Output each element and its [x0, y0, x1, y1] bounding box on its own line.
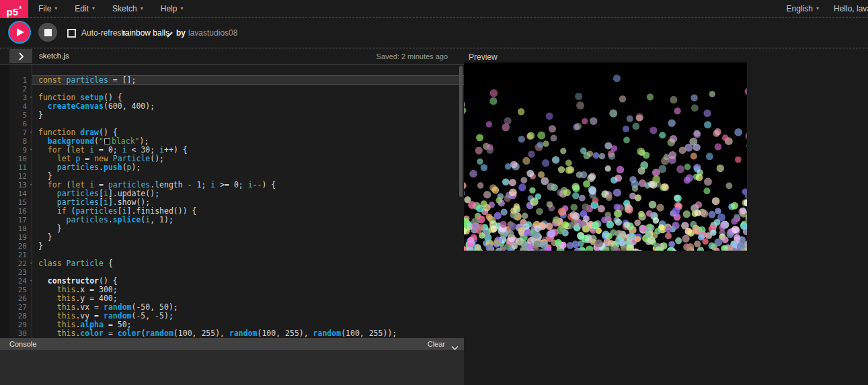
caret-down-icon: ▾	[816, 6, 819, 11]
stop-button[interactable]	[38, 23, 57, 42]
line-number: 18	[9, 224, 27, 233]
code-line[interactable]: 30 this.color = color(random(100, 255), …	[0, 329, 464, 338]
fold-marker-icon	[27, 76, 35, 85]
fold-marker-icon	[27, 120, 35, 128]
line-number: 14	[9, 189, 27, 198]
line-number: 28	[9, 312, 27, 320]
editor-header: sketch.js Saved: 2 minutes ago	[0, 48, 464, 65]
fold-marker-icon[interactable]: ▾	[27, 181, 35, 189]
sidebar-expand-button[interactable]	[9, 49, 32, 63]
line-number: 11	[9, 163, 27, 172]
fold-marker-icon	[27, 268, 35, 277]
code-line[interactable]: 1const particles = [];	[0, 76, 464, 85]
preview-canvas	[464, 62, 747, 251]
code-line[interactable]: 5}	[0, 111, 464, 120]
fold-marker-icon	[27, 233, 35, 242]
code-line[interactable]: 20}	[0, 242, 464, 251]
fold-marker-icon[interactable]: ▾	[27, 146, 35, 155]
chevron-right-icon	[18, 52, 24, 60]
auto-refresh-label[interactable]: Auto-refresh	[81, 28, 126, 38]
fold-marker-icon	[27, 137, 35, 146]
line-number: 29	[9, 320, 27, 329]
language-selector[interactable]: English ▾	[787, 4, 819, 13]
code-line[interactable]: 22▾class Particle {	[0, 259, 464, 268]
line-number: 22	[9, 259, 27, 268]
p5-web-editor: File▾Edit▾Sketch▾Help▾ English ▾ Hello, …	[0, 0, 868, 385]
fold-marker-icon	[27, 111, 35, 120]
code-line[interactable]: 18 }	[0, 224, 464, 233]
sketch-toolbar: Auto-refresh rainbow balls bylavastudios…	[0, 17, 868, 48]
fold-marker-icon	[27, 303, 35, 312]
menu-edit[interactable]: Edit▾	[66, 4, 104, 13]
fold-marker-icon	[27, 286, 35, 294]
caret-down-icon: ▾	[54, 6, 57, 11]
caret-down-icon: ▾	[92, 6, 95, 11]
code-line[interactable]: 17 particles.splice(i, 1);	[0, 216, 464, 224]
color-swatch[interactable]	[104, 138, 110, 144]
line-number: 5	[9, 111, 27, 120]
fold-marker-icon[interactable]: ▾	[27, 93, 35, 102]
line-number: 2	[9, 85, 27, 93]
fold-marker-icon	[27, 102, 35, 111]
fold-marker-icon	[27, 320, 35, 329]
play-button[interactable]	[9, 22, 30, 42]
fold-marker-icon	[27, 251, 35, 259]
fold-marker-icon	[27, 207, 35, 216]
code-editor[interactable]: 1const particles = [];23▾function setup(…	[0, 65, 464, 338]
editor-scrollbar[interactable]	[459, 66, 463, 197]
nav-menus: File▾Edit▾Sketch▾Help▾	[30, 0, 192, 17]
fold-marker-icon	[27, 189, 35, 198]
line-number: 27	[9, 303, 27, 312]
line-number: 19	[9, 233, 27, 242]
line-number: 13	[9, 181, 27, 189]
byline: bylavastudios08	[176, 28, 237, 38]
line-number: 21	[9, 251, 27, 259]
line-number: 17	[9, 216, 27, 224]
line-number: 12	[9, 172, 27, 181]
line-number: 1	[9, 76, 27, 85]
menu-help[interactable]: Help▾	[152, 4, 192, 13]
menu-file[interactable]: File▾	[30, 4, 66, 13]
fold-marker-icon	[27, 224, 35, 233]
fold-marker-icon	[27, 85, 35, 93]
fold-marker-icon	[27, 155, 35, 163]
fold-marker-icon	[27, 312, 35, 320]
code-line[interactable]: 19 }	[0, 233, 464, 242]
sketch-name[interactable]: rainbow balls	[122, 28, 169, 38]
fold-marker-icon	[27, 329, 35, 338]
line-number: 4	[9, 102, 27, 111]
preview-title: Preview	[469, 52, 498, 62]
auto-refresh-checkbox[interactable]	[67, 29, 76, 38]
stop-icon	[44, 29, 52, 36]
code-line[interactable]: 11 particles.push(p);	[0, 163, 464, 172]
line-number: 25	[9, 286, 27, 294]
tab-sketch-js[interactable]: sketch.js	[39, 52, 69, 60]
fold-marker-icon	[27, 172, 35, 181]
menu-sketch[interactable]: Sketch▾	[104, 4, 152, 13]
fold-marker-icon	[27, 198, 35, 207]
console-clear-button[interactable]: Clear	[428, 340, 445, 348]
line-number: 10	[9, 155, 27, 163]
line-number: 24	[9, 277, 27, 286]
fold-marker-icon[interactable]: ▾	[27, 277, 35, 286]
line-number: 6	[9, 120, 27, 128]
account-greeting[interactable]: Hello, lava	[834, 4, 868, 13]
line-number: 8	[9, 137, 27, 146]
code-line[interactable]: 4 createCanvas(600, 400);	[0, 102, 464, 111]
line-number: 9	[9, 146, 27, 155]
nav-right: English ▾ Hello, lava	[787, 0, 868, 17]
fold-marker-icon[interactable]: ▾	[27, 128, 35, 137]
author-name[interactable]: lavastudios08	[188, 28, 237, 38]
line-number: 3	[9, 93, 27, 102]
p5-logo[interactable]: p5*	[0, 0, 28, 18]
caret-down-icon: ▾	[141, 6, 143, 11]
line-number: 26	[9, 294, 27, 303]
fold-marker-icon	[27, 294, 35, 303]
fold-marker-icon	[27, 242, 35, 251]
caret-down-icon: ▾	[180, 6, 183, 11]
fold-marker-icon[interactable]: ▾	[27, 259, 35, 268]
console-output	[0, 350, 464, 385]
play-icon	[17, 28, 24, 36]
edit-pencil-icon[interactable]	[166, 29, 173, 41]
top-nav: File▾Edit▾Sketch▾Help▾ English ▾ Hello, …	[0, 0, 868, 17]
